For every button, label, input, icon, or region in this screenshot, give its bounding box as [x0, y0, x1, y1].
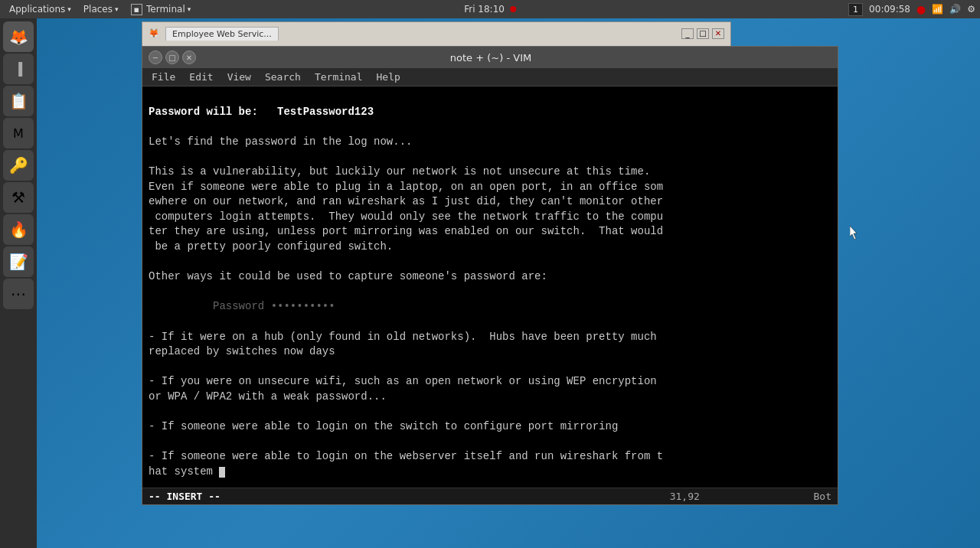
vim-window-controls: − □ ✕	[149, 51, 196, 64]
tool-icon: ⚒	[11, 188, 25, 207]
terminal-icon: ▪	[131, 4, 142, 15]
sidebar-email-icon[interactable]: M	[3, 118, 34, 148]
terminal-label: Terminal	[146, 4, 185, 15]
email-icon: M	[13, 126, 24, 141]
vim-minimize-button[interactable]: −	[149, 51, 162, 64]
vim-maximize-button[interactable]: □	[165, 51, 179, 64]
vim-menubar: File Edit View Search Terminal Help	[142, 68, 838, 86]
content-line-1: Let's find the password in the log now..…	[149, 135, 412, 148]
datetime-text: Fri 18:10	[464, 4, 505, 15]
firefox-minimize-button[interactable]: _	[681, 28, 694, 39]
terminal-app-icon: ▐	[15, 62, 22, 77]
password-line: Password will be: TestPassword123	[149, 106, 374, 118]
vim-menu-terminal[interactable]: Terminal	[309, 69, 369, 86]
terminal-menu[interactable]: ▪ Terminal ▾	[126, 0, 196, 18]
firefox-titlebar: 🦊 Employee Web Servic... _ □ ✕	[142, 21, 731, 44]
sidebar-tool-icon[interactable]: ⚒	[3, 182, 34, 213]
timer-text: 00:09:58	[869, 4, 910, 15]
notes-icon: 📝	[9, 253, 28, 271]
vim-menu-help[interactable]: Help	[371, 69, 407, 86]
vim-scroll-text: Bot	[814, 491, 831, 502]
volume-icon: 🔊	[949, 4, 961, 15]
firefox-tab[interactable]: Employee Web Servic...	[165, 27, 279, 41]
vim-pos-text: 31,92	[670, 491, 700, 502]
vim-titlebar: − □ ✕ note + (~) - VIM	[142, 47, 838, 68]
system-bar: Applications ▾ Places ▾ ▪ Terminal ▾ Fri…	[0, 0, 980, 18]
vim-menu-file[interactable]: File	[145, 69, 181, 86]
system-bar-left: Applications ▾ Places ▾ ▪ Terminal ▾	[5, 0, 195, 18]
vim-statusbar: -- INSERT -- 31,92 Bot	[142, 488, 838, 504]
content-line-7: - If someone were able to login on the w…	[149, 450, 663, 478]
apps-grid-icon: ⋯	[11, 285, 26, 303]
sidebar-apps-icon[interactable]: ⋯	[3, 279, 34, 309]
content-line-2: This is a vulnerability, but luckily our…	[149, 165, 663, 253]
key-icon: 🔑	[9, 156, 28, 175]
recording-indicator	[510, 6, 516, 12]
content-line-5: - If you were on unsecure wifi, such as …	[149, 375, 657, 403]
left-sidebar: 🦊 ▐ 📋 M 🔑 ⚒ 🔥 📝 ⋯	[0, 18, 37, 548]
counter-badge: 1	[848, 3, 863, 16]
sidebar-security-icon[interactable]: 🔑	[3, 150, 34, 181]
sidebar-files-icon[interactable]: 📋	[3, 86, 34, 116]
sidebar-firefox-icon[interactable]: 🦊	[3, 21, 34, 52]
firefox-maximize-button[interactable]: □	[697, 28, 709, 39]
vim-menu-edit[interactable]: Edit	[183, 69, 219, 86]
vim-editor-content[interactable]: Password will be: TestPassword123 Let's …	[142, 86, 838, 488]
applications-arrow: ▾	[67, 5, 71, 13]
places-arrow: ▾	[115, 5, 119, 13]
tab-label: Employee Web Servic...	[172, 29, 272, 39]
vim-window: − □ ✕ note + (~) - VIM File Edit View Se…	[142, 46, 838, 505]
vim-title: note + (~) - VIM	[196, 52, 786, 64]
content-line-6: - If someone were able to login on the s…	[149, 420, 618, 432]
vim-insert-mode: -- INSERT --	[149, 491, 220, 502]
applications-label: Applications	[9, 4, 65, 15]
datetime-display: Fri 18:10	[464, 4, 516, 15]
content-line-3: Other ways it could be used to capture s…	[149, 270, 547, 282]
applications-menu[interactable]: Applications ▾	[5, 0, 76, 18]
vim-close-button[interactable]: ✕	[182, 51, 196, 64]
record-icon: ●	[916, 3, 926, 15]
system-bar-right: 1 00:09:58 ● 📶 🔊 ⚙	[848, 3, 975, 16]
firefox-window-controls: _ □ ✕	[681, 28, 724, 39]
vim-menu-search[interactable]: Search	[259, 69, 307, 86]
password-dots-line: Password ••••••••••	[149, 300, 335, 312]
vim-position: 31,92 Bot	[670, 491, 831, 502]
firefox-icon: 🦊	[9, 28, 28, 46]
places-label: Places	[83, 4, 113, 15]
sidebar-notes-icon[interactable]: 📝	[3, 246, 34, 277]
folder-icon: 📋	[9, 92, 28, 110]
sidebar-terminal-icon[interactable]: ▐	[3, 54, 34, 84]
flame-icon: 🔥	[9, 220, 28, 239]
terminal-arrow: ▾	[188, 5, 191, 13]
content-line-4: - If it were on a hub (only found in old…	[149, 331, 657, 358]
network-icon: 📶	[932, 4, 943, 15]
places-menu[interactable]: Places ▾	[79, 0, 123, 18]
firefox-close-button[interactable]: ✕	[712, 28, 724, 39]
sidebar-flame-icon[interactable]: 🔥	[3, 214, 34, 245]
settings-icon: ⚙	[967, 4, 975, 15]
vim-menu-view[interactable]: View	[221, 69, 257, 86]
